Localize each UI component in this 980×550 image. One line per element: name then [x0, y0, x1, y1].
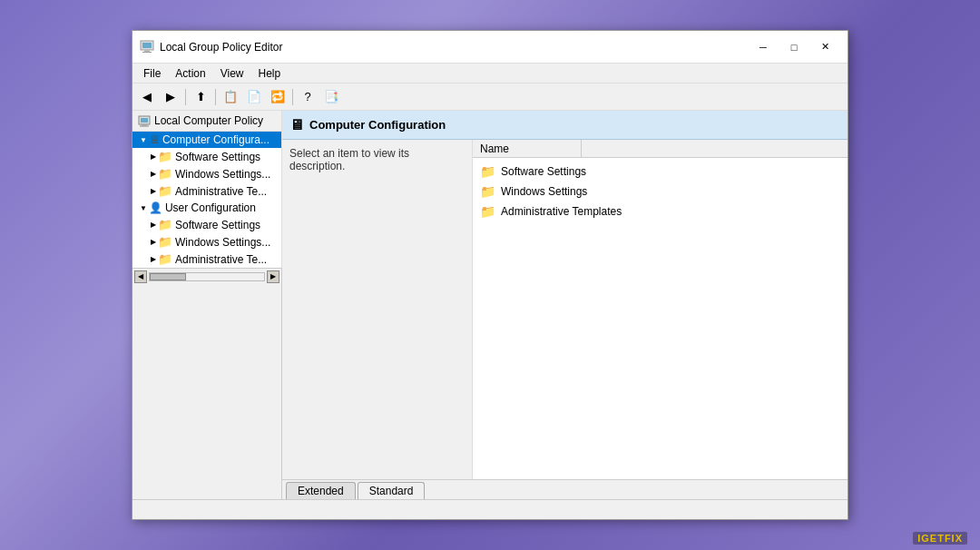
status-bar [132, 499, 848, 519]
description-pane: Select an item to view its description. [282, 140, 473, 479]
toolbar-forward[interactable]: ▶ [160, 87, 181, 107]
folder-icon-1: 📁 [158, 150, 172, 163]
svg-rect-1 [142, 43, 152, 48]
main-window: Local Group Policy Editor ─ □ ✕ File Act… [132, 30, 848, 520]
folder-icon-3: 📁 [158, 184, 172, 198]
svg-rect-7 [140, 126, 149, 127]
tree-item-admin-cc[interactable]: ▶ 📁 Administrative Te... [132, 182, 281, 200]
chevron-right-icon-2: ▶ [151, 170, 156, 178]
tree-item-computer-config[interactable]: ▼ 🖥 Computer Configura... [132, 132, 281, 148]
folder-icon-6: 📁 [158, 252, 172, 266]
tab-extended[interactable]: Extended [286, 482, 356, 499]
tree-label-admin-cc: Administrative Te... [175, 185, 267, 198]
menu-help[interactable]: Help [251, 65, 289, 82]
tree-item-admin-uc[interactable]: ▶ 📁 Administrative Te... [132, 250, 281, 268]
folder-icon-list-3: 📁 [480, 204, 495, 219]
main-area: Local Computer Policy ▼ 🖥 Computer Confi… [132, 111, 848, 499]
window-controls: ─ □ ✕ [748, 34, 840, 60]
sidebar-scrollbar[interactable]: ◀ ▶ [132, 268, 281, 284]
app-icon [140, 40, 154, 54]
toolbar: ◀ ▶ ⬆ 📋 📄 🔁 ? 📑 [132, 83, 848, 111]
description-text: Select an item to view its description. [289, 147, 409, 172]
folder-icon-4: 📁 [158, 218, 172, 231]
tree-item-software-uc[interactable]: ▶ 📁 Software Settings [132, 216, 281, 233]
list-row-windows[interactable]: 📁 Windows Settings [473, 182, 848, 201]
tabs-bar: Extended Standard [282, 479, 848, 499]
chevron-right-icon-1: ▶ [151, 152, 156, 161]
maximize-button[interactable]: □ [779, 34, 809, 60]
tree-label-computer-config: Computer Configura... [162, 133, 270, 146]
toolbar-refresh[interactable]: 🔁 [267, 87, 289, 107]
list-rows: 📁 Software Settings 📁 Windows Settings 📁… [473, 158, 848, 225]
tree-item-windows-uc[interactable]: ▶ 📁 Windows Settings... [132, 233, 281, 250]
tree-label-software-uc: Software Settings [175, 219, 260, 231]
list-row-software[interactable]: 📁 Software Settings [473, 162, 848, 182]
content-header: 🖥 Computer Configuration [282, 111, 848, 140]
list-row-label-software: Software Settings [501, 165, 586, 178]
policy-icon [138, 114, 151, 127]
toolbar-separator-3 [292, 89, 293, 105]
svg-rect-6 [142, 124, 147, 126]
menu-bar: File Action View Help [132, 64, 848, 83]
tree-label-user-config: User Configuration [165, 201, 256, 214]
tree-item-software-cc[interactable]: ▶ 📁 Software Settings [132, 148, 281, 165]
chevron-right-icon-6: ▶ [151, 255, 156, 263]
folder-icon-2: 📁 [158, 167, 172, 181]
computer-icon: 🖥 [149, 133, 160, 146]
col-header-name[interactable]: Name [473, 140, 582, 157]
svg-rect-3 [142, 52, 152, 53]
list-row-admin[interactable]: 📁 Administrative Templates [473, 201, 848, 221]
list-header: Name [473, 140, 848, 158]
tree-label-windows-cc: Windows Settings... [175, 168, 270, 181]
folder-icon-5: 📁 [158, 235, 172, 249]
scroll-left-btn[interactable]: ◀ [134, 270, 147, 283]
chevron-right-icon-5: ▶ [151, 238, 156, 246]
chevron-down-icon: ▼ [140, 136, 147, 144]
content-body: Select an item to view its description. … [282, 140, 848, 479]
menu-file[interactable]: File [136, 65, 168, 82]
sidebar-container: Local Computer Policy ▼ 🖥 Computer Confi… [132, 111, 282, 499]
toolbar-back[interactable]: ◀ [136, 87, 158, 107]
sidebar-header-label: Local Computer Policy [154, 114, 263, 127]
config-icon: 🖥 [289, 117, 304, 133]
tree-label-software-cc: Software Settings [175, 151, 260, 163]
toolbar-separator-2 [215, 89, 216, 105]
window-title: Local Group Policy Editor [160, 41, 748, 54]
toolbar-separator-1 [185, 89, 186, 105]
toolbar-paste[interactable]: 📄 [243, 87, 265, 107]
user-icon: 👤 [149, 201, 162, 214]
tree-item-windows-cc[interactable]: ▶ 📁 Windows Settings... [132, 165, 281, 182]
tab-standard[interactable]: Standard [358, 482, 426, 499]
chevron-right-icon-3: ▶ [151, 187, 156, 195]
scroll-thumb [150, 273, 186, 280]
close-button[interactable]: ✕ [809, 34, 840, 60]
sidebar-header: Local Computer Policy [132, 111, 281, 132]
minimize-button[interactable]: ─ [748, 34, 779, 60]
scroll-right-btn[interactable]: ▶ [267, 270, 279, 283]
toolbar-up[interactable]: ⬆ [190, 87, 211, 107]
sidebar-tree: Local Computer Policy ▼ 🖥 Computer Confi… [132, 111, 282, 268]
content-header-title: Computer Configuration [309, 118, 446, 132]
tree-label-admin-uc: Administrative Te... [175, 253, 267, 266]
title-bar: Local Group Policy Editor ─ □ ✕ [132, 31, 848, 64]
folder-icon-list-2: 📁 [480, 184, 495, 199]
scroll-track[interactable] [149, 272, 265, 281]
menu-view[interactable]: View [213, 65, 251, 82]
watermark: IGETFIX [913, 532, 967, 545]
toolbar-prop[interactable]: 📑 [320, 87, 342, 107]
folder-icon-list-1: 📁 [480, 164, 495, 179]
svg-rect-5 [141, 118, 148, 123]
list-pane: Name 📁 Software Settings 📁 Windows Setti… [473, 140, 848, 479]
chevron-down-icon-2: ▼ [140, 204, 147, 212]
tree-label-windows-uc: Windows Settings... [175, 236, 270, 249]
chevron-right-icon-4: ▶ [151, 221, 156, 229]
content-area: 🖥 Computer Configuration Select an item … [282, 111, 848, 499]
list-row-label-admin: Administrative Templates [501, 205, 622, 218]
toolbar-help[interactable]: ? [297, 87, 318, 107]
tree-item-user-config[interactable]: ▼ 👤 User Configuration [132, 200, 281, 216]
toolbar-copy[interactable]: 📋 [220, 87, 241, 107]
menu-action[interactable]: Action [168, 65, 212, 82]
list-row-label-windows: Windows Settings [501, 185, 587, 198]
svg-rect-2 [144, 50, 150, 52]
